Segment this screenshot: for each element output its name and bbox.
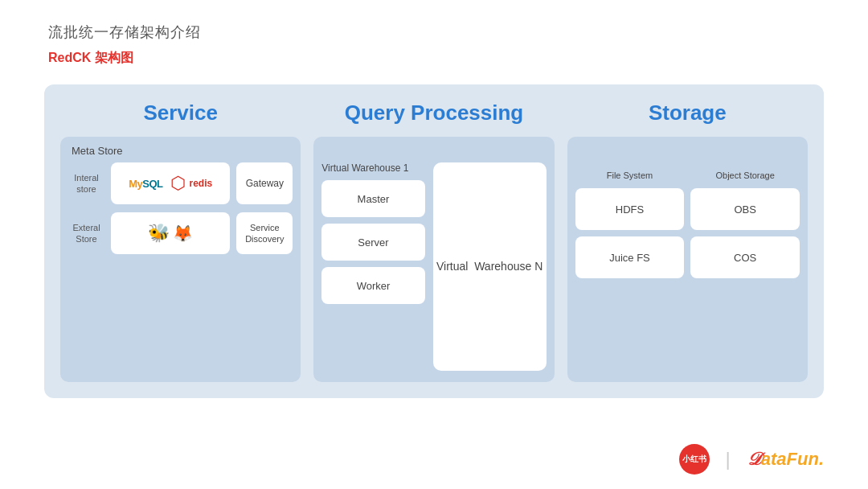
xiaohongshu-logo: 小红书 <box>679 444 710 475</box>
internal-store-label: Interalstore <box>68 172 104 195</box>
service-discovery-box: ServiceDiscovery <box>236 212 293 254</box>
vw1-label: Virtual Warehouse 1 <box>321 162 424 174</box>
hive-tikv-logos: 🐝 🦊 <box>111 212 230 254</box>
object-storage-label: Object Storage <box>690 171 800 180</box>
juice-fs-item: Juice FS <box>575 236 685 278</box>
hive-icon: 🐝 <box>148 223 170 244</box>
redis-text: redis <box>189 178 212 189</box>
storage-title: Storage <box>649 101 727 125</box>
external-store-label: ExteralStore <box>68 222 104 245</box>
qp-box: Virtual Warehouse 1 Master Server Worker… <box>313 137 554 382</box>
worker-node: Worker <box>321 267 424 304</box>
external-store-row: ExteralStore 🐝 🦊 ServiceDiscovery <box>68 212 293 254</box>
internal-store-row: Interalstore MySQL ⬡ redis Gateway <box>68 162 293 204</box>
service-box: Meta Store Interalstore MySQL ⬡ redis Ga… <box>60 137 301 382</box>
master-node: Master <box>321 180 424 217</box>
object-storage-col: Object Storage OBS COS <box>690 171 800 371</box>
service-section: Service Meta Store Interalstore MySQL ⬡ … <box>60 101 301 382</box>
hdfs-item: HDFS <box>575 188 685 230</box>
storage-cols: File System HDFS Juice FS Object Storage… <box>575 171 800 371</box>
server-node: Server <box>321 224 424 261</box>
footer-separator: | <box>726 448 731 471</box>
cos-item: COS <box>690 236 800 278</box>
query-processing-title: Query Processing <box>345 101 524 125</box>
datafun-logo: 𝒟ataFun. <box>747 449 824 470</box>
gateway-box: Gateway <box>236 162 293 204</box>
mysql-redis-logos: MySQL ⬡ redis <box>111 162 230 204</box>
page-title: 流批统一存储架构介绍 <box>48 23 201 42</box>
storage-section: Storage File System HDFS Juice FS Object… <box>567 101 808 382</box>
subtitle: RedCK 架构图 <box>48 50 133 67</box>
service-title: Service <box>143 101 218 125</box>
mysql-logo: MySQL <box>129 178 162 190</box>
footer-area: 小红书 | 𝒟ataFun. <box>679 444 824 475</box>
redis-logo: ⬡ <box>170 173 186 194</box>
obs-item: OBS <box>690 188 800 230</box>
xiaohongshu-text: 小红书 <box>682 454 706 465</box>
datafun-d: 𝒟 <box>747 449 761 469</box>
vw-nodes: Master Server Worker <box>321 180 424 371</box>
tikv-icon: 🦊 <box>173 224 193 243</box>
vwn-box: Virtual Warehouse N <box>433 162 547 371</box>
file-system-col: File System HDFS Juice FS <box>575 171 685 371</box>
meta-store-label: Meta Store <box>72 145 123 157</box>
datafun-text: ataFun. <box>761 449 824 469</box>
file-system-label: File System <box>575 171 685 180</box>
storage-box: File System HDFS Juice FS Object Storage… <box>567 137 808 382</box>
main-diagram: Service Meta Store Interalstore MySQL ⬡ … <box>44 84 824 398</box>
vw1-wrapper: Virtual Warehouse 1 Master Server Worker <box>321 162 424 371</box>
query-processing-section: Query Processing Virtual Warehouse 1 Mas… <box>313 101 554 382</box>
